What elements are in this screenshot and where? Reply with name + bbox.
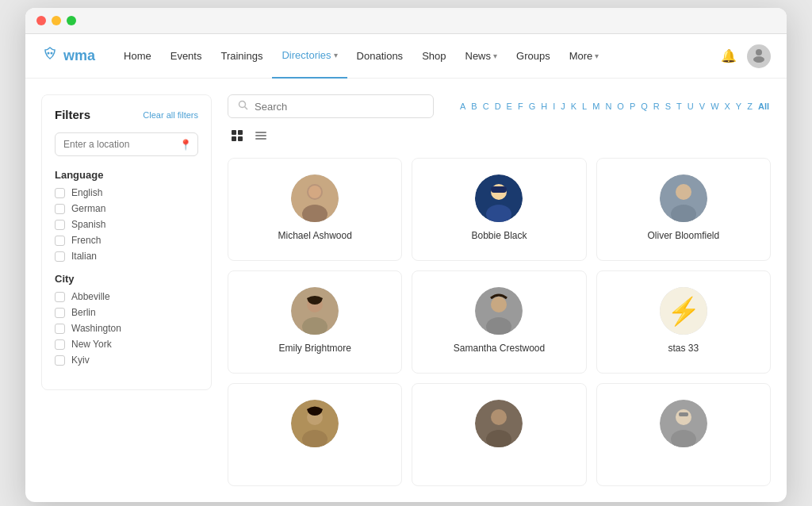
directories-chevron-icon: ▾ xyxy=(334,51,338,59)
person-card[interactable]: Bobbie Black xyxy=(412,158,586,261)
alpha-all[interactable]: All xyxy=(756,101,771,112)
person-card[interactable]: Michael Ashwood xyxy=(228,158,402,261)
english-checkbox[interactable] xyxy=(55,188,65,198)
filter-newyork: New York xyxy=(55,339,198,350)
alpha-e[interactable]: E xyxy=(505,101,514,112)
alpha-w[interactable]: W xyxy=(709,101,720,112)
abbeville-checkbox[interactable] xyxy=(55,292,65,302)
nav-groups[interactable]: Groups xyxy=(507,34,560,79)
nav-events[interactable]: Events xyxy=(161,34,212,79)
person-avatar xyxy=(660,400,707,447)
search-input[interactable] xyxy=(255,101,423,113)
language-section-title: Language xyxy=(55,169,198,181)
alpha-l[interactable]: L xyxy=(580,101,588,112)
alpha-g[interactable]: G xyxy=(527,101,538,112)
italian-checkbox[interactable] xyxy=(55,251,65,262)
alpha-o[interactable]: O xyxy=(615,101,626,112)
filter-kyiv: Kyiv xyxy=(55,355,198,366)
user-avatar-icon xyxy=(751,47,767,65)
nav-shop[interactable]: Shop xyxy=(412,34,455,79)
person-avatar xyxy=(291,400,339,447)
alpha-c[interactable]: C xyxy=(481,101,491,112)
minimize-button[interactable] xyxy=(52,16,61,25)
person-card[interactable]: Samantha Crestwood xyxy=(412,270,586,374)
logo-text: wma xyxy=(63,48,95,64)
alpha-t[interactable]: T xyxy=(675,101,684,112)
svg-rect-20 xyxy=(491,186,507,193)
berlin-checkbox[interactable] xyxy=(55,308,65,318)
filter-washington: Washington xyxy=(55,323,198,334)
alpha-k[interactable]: K xyxy=(569,101,578,112)
news-chevron-icon: ▾ xyxy=(493,52,497,60)
french-checkbox[interactable] xyxy=(55,236,65,246)
person-card[interactable]: Oliver Bloomfield xyxy=(596,158,771,261)
spanish-checkbox[interactable] xyxy=(55,220,65,230)
alpha-i[interactable]: I xyxy=(551,101,557,112)
alpha-f[interactable]: F xyxy=(516,101,525,112)
bell-icon: 🔔 xyxy=(721,48,737,63)
alpha-d[interactable]: D xyxy=(493,101,503,112)
nav-trainings[interactable]: Trainings xyxy=(211,34,272,79)
location-input[interactable] xyxy=(55,132,198,156)
nav-more[interactable]: More ▾ xyxy=(560,34,609,79)
sidebar-header: Filters Clear all filters xyxy=(55,108,198,121)
close-button[interactable] xyxy=(36,16,46,25)
svg-point-3 xyxy=(753,56,764,63)
person-name: Bobbie Black xyxy=(471,230,527,241)
nav-donations[interactable]: Donations xyxy=(347,34,413,79)
svg-point-16 xyxy=(308,186,321,198)
svg-point-1 xyxy=(51,52,53,55)
alpha-m[interactable]: M xyxy=(591,101,601,112)
alpha-y[interactable]: Y xyxy=(734,101,743,112)
maximize-button[interactable] xyxy=(67,16,76,25)
filter-english: English xyxy=(55,187,198,198)
filter-french: French xyxy=(55,235,198,246)
alpha-p[interactable]: P xyxy=(628,101,637,112)
alpha-b[interactable]: B xyxy=(469,101,478,112)
notification-button[interactable]: 🔔 xyxy=(717,44,741,68)
alpha-v[interactable]: V xyxy=(698,101,707,112)
nav-news[interactable]: News ▾ xyxy=(456,34,508,79)
nav-home[interactable]: Home xyxy=(114,34,161,79)
alpha-r[interactable]: R xyxy=(652,101,661,112)
person-card[interactable]: ⚡ stas 33 xyxy=(596,270,771,374)
user-avatar-button[interactable] xyxy=(747,44,771,68)
list-view-button[interactable] xyxy=(251,128,270,147)
language-filter-section: Language English German Spanish French xyxy=(55,169,198,262)
alpha-u[interactable]: U xyxy=(686,101,695,112)
alphabet-filter: ABCDEFGHIJKLMNOPQRSTUVWXYZAll xyxy=(458,101,771,112)
washington-checkbox[interactable] xyxy=(55,324,65,334)
newyork-checkbox[interactable] xyxy=(55,339,65,350)
alpha-a[interactable]: A xyxy=(458,101,467,112)
sidebar-title: Filters xyxy=(55,108,90,121)
spanish-label: Spanish xyxy=(71,219,105,230)
svg-rect-11 xyxy=(255,135,266,136)
person-avatar xyxy=(475,174,523,222)
logo[interactable]: wma xyxy=(41,45,95,67)
alpha-s[interactable]: S xyxy=(664,101,672,112)
grid-view-button[interactable] xyxy=(228,128,247,147)
person-card[interactable] xyxy=(596,383,771,486)
nav-directories[interactable]: Directories ▾ xyxy=(272,34,347,79)
svg-point-28 xyxy=(491,297,507,312)
alpha-x[interactable]: X xyxy=(723,101,732,112)
list-icon xyxy=(255,131,267,144)
alpha-q[interactable]: Q xyxy=(639,101,649,112)
clear-filters-link[interactable]: Clear all filters xyxy=(143,110,198,120)
kyiv-checkbox[interactable] xyxy=(55,355,65,366)
person-grid: Michael Ashwood Bobbie Black Oliver Bloo… xyxy=(228,158,771,486)
person-card[interactable]: Emily Brightmore xyxy=(228,270,402,374)
alpha-z[interactable]: Z xyxy=(745,101,754,112)
berlin-label: Berlin xyxy=(71,307,96,318)
navbar: wma Home Events Trainings Directories ▾ … xyxy=(25,34,787,79)
person-card[interactable] xyxy=(228,383,402,486)
abbeville-label: Abbeville xyxy=(71,291,110,302)
person-card[interactable] xyxy=(412,383,586,486)
filter-spanish: Spanish xyxy=(55,219,198,230)
person-name: Oliver Bloomfield xyxy=(647,230,719,241)
alpha-h[interactable]: H xyxy=(539,101,549,112)
nav-actions: 🔔 xyxy=(717,44,771,68)
german-checkbox[interactable] xyxy=(55,204,65,214)
alpha-j[interactable]: J xyxy=(559,101,567,112)
alpha-n[interactable]: N xyxy=(603,101,613,112)
